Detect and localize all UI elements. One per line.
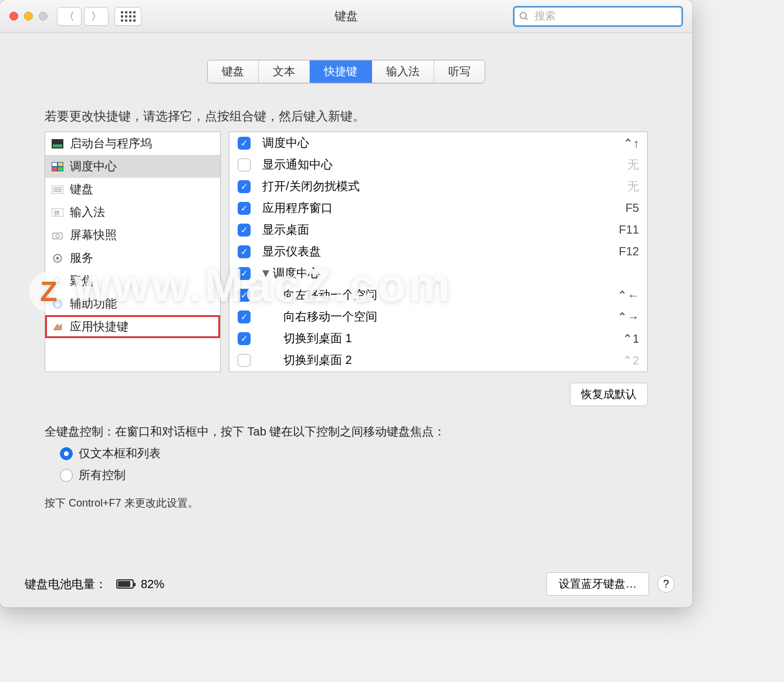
shortcut-row-10[interactable]: 切换到桌面 2⌃2 — [229, 349, 647, 371]
shortcut-key: ⌃1 — [623, 332, 639, 346]
checkbox[interactable]: ✓ — [238, 332, 251, 345]
sidebar-item-3[interactable]: 拼输入法 — [45, 201, 220, 224]
sidebar-item-0[interactable]: 启动台与程序坞 — [45, 132, 220, 155]
shortcut-row-0[interactable]: ✓调度中心⌃↑ — [229, 132, 647, 154]
tabs: 键盘文本快捷键输入法听写 — [207, 60, 485, 83]
sidebar-item-label: 屏幕快照 — [70, 227, 117, 243]
shortcut-label: 调度中心 — [262, 135, 623, 151]
disclosure-triangle-icon[interactable]: ▼ — [260, 266, 269, 280]
tab-2[interactable]: 快捷键 — [310, 60, 372, 83]
svg-rect-8 — [58, 167, 63, 171]
checkbox[interactable]: ✓ — [238, 310, 251, 323]
show-all-button[interactable] — [114, 7, 141, 26]
radio-label: 所有控制 — [79, 467, 126, 483]
tab-1[interactable]: 文本 — [259, 60, 310, 83]
tab-3[interactable]: 输入法 — [372, 60, 434, 83]
shortcut-key: F5 — [626, 201, 639, 215]
checkbox[interactable] — [238, 158, 251, 171]
help-button[interactable]: ? — [657, 575, 675, 593]
radio-label: 仅文本框和列表 — [79, 445, 161, 461]
shortcut-label: 显示桌面 — [262, 222, 619, 238]
svg-rect-7 — [52, 167, 57, 171]
close-button[interactable] — [9, 12, 18, 21]
sidebar-item-6[interactable]: 聚焦 — [45, 269, 220, 292]
shortcut-row-5[interactable]: ✓显示仪表盘F12 — [229, 241, 647, 262]
spotlight-icon — [51, 275, 64, 288]
sidebar-item-5[interactable]: 服务 — [45, 247, 220, 269]
titlebar: 〈 〉 键盘 — [0, 0, 692, 33]
battery-icon — [116, 579, 134, 589]
category-sidebar[interactable]: 启动台与程序坞调度中心键盘拼输入法屏幕快照服务聚焦辅助功能应用快捷键 — [45, 131, 221, 372]
svg-point-18 — [56, 256, 59, 259]
shortcut-key: ⌃2 — [623, 353, 639, 367]
forward-button[interactable]: 〉 — [84, 7, 109, 26]
sidebar-item-label: 辅助功能 — [70, 296, 117, 312]
footer: 键盘电池电量： 82% 设置蓝牙键盘… ? — [0, 572, 692, 596]
shortcut-label: 显示通知中心 — [262, 157, 627, 173]
shortcut-label: 向左移动一个空间 — [262, 287, 617, 303]
shortcut-key: 无 — [627, 178, 639, 194]
sidebar-item-label: 应用快捷键 — [70, 319, 129, 335]
sidebar-item-label: 服务 — [70, 250, 93, 266]
shortcut-label: 切换到桌面 1 — [262, 330, 623, 346]
sidebar-item-label: 键盘 — [70, 181, 93, 197]
restore-defaults-button[interactable]: 恢复成默认 — [570, 383, 648, 406]
sidebar-item-label: 输入法 — [70, 204, 105, 220]
traffic-lights — [9, 12, 48, 21]
checkbox[interactable]: ✓ — [238, 267, 251, 280]
svg-rect-6 — [58, 163, 63, 166]
sidebar-item-2[interactable]: 键盘 — [45, 178, 220, 201]
search-wrap — [513, 6, 683, 27]
bluetooth-keyboard-button[interactable]: 设置蓝牙键盘… — [546, 572, 649, 596]
gear-icon — [51, 252, 64, 265]
sidebar-item-1[interactable]: 调度中心 — [45, 155, 220, 178]
svg-text:拼: 拼 — [54, 210, 60, 216]
shortcut-row-2[interactable]: ✓打开/关闭勿扰模式无 — [229, 175, 647, 197]
instruction-text: 若要更改快捷键，请选择它，点按组合键，然后键入新键。 — [45, 108, 692, 124]
checkbox[interactable] — [238, 354, 251, 367]
full-keyboard-section: 全键盘控制：在窗口和对话框中，按下 Tab 键在以下控制之间移动键盘焦点： 仅文… — [0, 406, 692, 510]
search-input[interactable] — [513, 6, 683, 27]
shortcuts-list[interactable]: ✓调度中心⌃↑显示通知中心无✓打开/关闭勿扰模式无✓应用程序窗口F5✓显示桌面F… — [229, 131, 648, 372]
svg-rect-3 — [53, 144, 62, 147]
shortcut-row-7[interactable]: ✓向左移动一个空间⌃← — [229, 284, 647, 306]
screenshot-icon — [51, 229, 64, 242]
minimize-button[interactable] — [24, 12, 33, 21]
shortcut-label: 显示仪表盘 — [262, 244, 619, 259]
shortcut-row-3[interactable]: ✓应用程序窗口F5 — [229, 197, 647, 219]
radio-icon — [60, 469, 73, 482]
radio-all-controls[interactable]: 所有控制 — [60, 467, 648, 483]
shortcut-row-8[interactable]: ✓向右移动一个空间⌃→ — [229, 306, 647, 328]
checkbox[interactable]: ✓ — [238, 202, 251, 215]
checkbox[interactable]: ✓ — [238, 137, 251, 150]
maximize-button[interactable] — [39, 12, 48, 21]
shortcut-row-1[interactable]: 显示通知中心无 — [229, 154, 647, 175]
back-button[interactable]: 〈 — [57, 7, 82, 26]
radio-icon — [60, 447, 73, 460]
checkbox[interactable]: ✓ — [238, 245, 251, 258]
shortcut-key: ⌃↑ — [623, 136, 639, 150]
nav-group: 〈 〉 — [57, 7, 109, 26]
svg-point-22 — [56, 301, 58, 302]
shortcut-row-4[interactable]: ✓显示桌面F11 — [229, 219, 647, 241]
apps-grid-icon — [121, 11, 136, 22]
a11y-icon — [51, 298, 64, 310]
search-icon — [519, 11, 529, 25]
checkbox[interactable]: ✓ — [238, 289, 251, 302]
shortcut-label: 应用程序窗口 — [262, 200, 626, 216]
chevron-right-icon: 〉 — [91, 9, 102, 23]
sidebar-item-7[interactable]: 辅助功能 — [45, 292, 220, 315]
radio-hint: 按下 Control+F7 来更改此设置。 — [45, 496, 648, 510]
preferences-window: 〈 〉 键盘 键盘文本快捷键输入法听写 若要更改快捷键，请选择它，点按组合键，然… — [0, 0, 692, 607]
checkbox[interactable]: ✓ — [238, 224, 251, 237]
chevron-left-icon: 〈 — [64, 9, 75, 23]
keyboard-icon — [51, 183, 64, 196]
shortcut-row-6[interactable]: ✓▼调度中心 — [229, 262, 647, 284]
shortcut-row-9[interactable]: ✓切换到桌面 1⌃1 — [229, 328, 647, 349]
radio-text-only[interactable]: 仅文本框和列表 — [60, 445, 648, 461]
checkbox[interactable]: ✓ — [238, 180, 251, 193]
sidebar-item-4[interactable]: 屏幕快照 — [45, 224, 220, 247]
tab-4[interactable]: 听写 — [434, 60, 485, 83]
tab-0[interactable]: 键盘 — [208, 60, 259, 83]
sidebar-item-8[interactable]: 应用快捷键 — [45, 315, 220, 338]
